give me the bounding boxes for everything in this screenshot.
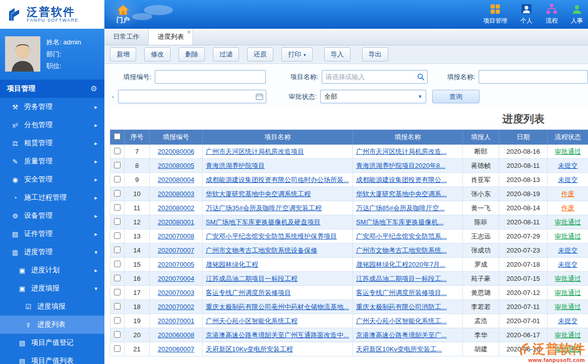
search-icon[interactable] [417,73,425,81]
workflow-status[interactable]: 作废 [561,190,574,198]
sidebar-item-lease[interactable]: ⚖租赁管理▸ [0,134,104,152]
sidebar-item-labor[interactable]: ⚒劳务管理▸ [0,98,104,116]
workflow-status[interactable]: 审批通过 [555,218,581,226]
sidebar-item-output-list[interactable]: ▤项目产值列表 [0,352,104,364]
sidebar-item-progress-report-entry[interactable]: ☑进度填报 [0,297,104,316]
report-name-link[interactable]: 广州天心苑小区智能化系统工... [356,317,447,325]
workflow-status[interactable]: 审批通过 [555,232,581,240]
row-checkbox[interactable] [114,232,121,239]
sidebar-item-safety[interactable]: ◉安全管理▸ [0,170,104,189]
report-name-link[interactable]: 江苏成品油二期项目一标段工... [356,275,447,282]
row-checkbox[interactable] [114,303,121,310]
report-name-link[interactable]: 广州市文物考古工地安防系统... [356,247,447,254]
sidebar-item-certificate[interactable]: ▤证件管理▸ [0,225,104,243]
project-name-link[interactable]: 广安邓小平纪念馆安全防范系统维护保养项目 [206,232,337,240]
report-code-link[interactable]: 2020070007 [158,247,194,254]
report-name-link[interactable]: 华软大厦研究基地中央空调系... [356,190,447,198]
report-code-link[interactable]: 2020080006 [158,148,194,155]
workflow-status[interactable]: 审批通过 [555,275,581,282]
sidebar-item-equipment[interactable]: ⚙设备管理▸ [0,207,104,225]
report-name-link[interactable]: 客运专线广州调度所装修项目... [356,289,447,296]
row-checkbox[interactable] [114,247,121,253]
row-checkbox[interactable] [114,162,121,168]
workflow-status[interactable]: 未提交 [558,247,578,254]
project-name-link[interactable]: 华软大厦研究基地中央空调系统工程 [206,190,311,198]
add-button[interactable]: 新增 [110,47,136,62]
project-name-link[interactable]: 青海洪湖养护院项目 [206,162,265,169]
row-checkbox[interactable] [114,190,121,197]
project-name-link[interactable]: 江苏成品油二期项目一标段工程 [206,275,298,282]
report-code-link[interactable]: 2020080001 [158,218,194,226]
workflow-status[interactable]: 未提交 [558,261,578,268]
report-code-link[interactable]: 2020070004 [158,275,194,282]
print-button[interactable]: 打印▾ [281,47,313,62]
row-checkbox[interactable] [114,289,121,295]
workflow-status[interactable]: 审批通过 [555,331,581,339]
nav-workflow[interactable]: 流程 [546,4,558,25]
report-name-link[interactable]: 青海洪湖养护院项目2020年8... [356,162,445,169]
project-name-link[interactable]: 京港澳高速公路粤境韶关至广州互通路面改造中... [206,331,349,339]
sidebar-item-progress[interactable]: ▥进度管理▾ [0,243,104,261]
report-name-input[interactable] [479,70,588,84]
report-code-link[interactable]: 2020060007 [158,345,194,353]
export-button[interactable]: 导出 [362,47,388,62]
report-name-link[interactable]: 成都能源建设集团投资有限公... [356,176,447,184]
filter-button[interactable]: 过滤 [213,47,239,62]
sidebar-item-subcontract[interactable]: x²分包管理▸ [0,116,104,134]
workflow-status[interactable]: 未提交 [558,317,578,325]
report-code-link[interactable]: 2020080005 [158,162,194,169]
select-all-checkbox[interactable] [114,133,121,140]
approval-status-select[interactable]: 全部 ▼ [320,90,426,103]
query-button[interactable]: 查询 [432,90,480,103]
workflow-status[interactable]: 审批通过 [555,289,581,296]
workflow-status[interactable]: 审批通过 [555,148,581,155]
report-code-link[interactable]: 2020080002 [158,204,194,212]
date-input[interactable] [119,90,256,103]
gear-icon[interactable]: ⚙ [91,84,97,93]
row-checkbox[interactable] [114,218,121,225]
report-no-input[interactable] [155,70,266,84]
tab-progress-list[interactable]: 进度列表 × [149,29,193,45]
row-checkbox[interactable] [114,261,121,267]
row-checkbox[interactable] [114,148,121,154]
report-code-link[interactable]: 2020070002 [158,303,194,311]
row-checkbox[interactable] [114,317,121,324]
sidebar-item-quality[interactable]: ✎质量管理▸ [0,152,104,170]
sidebar-item-progress-report[interactable]: ▣进度填报▾ [0,279,104,297]
sidebar-item-construction-process[interactable]: ◔施工过程管理▸ [0,189,104,207]
report-code-link[interactable]: 2020060008 [158,331,194,339]
report-name-link[interactable]: 广州市天河区统计局机房改造... [356,148,447,155]
report-name-link[interactable]: SM广场地下车库更换摄像机... [356,218,443,226]
project-name-link[interactable]: 广州市天河区统计局机房改造项目 [206,148,304,155]
report-name-link[interactable]: 京港澳高速公路粤境韶关至广... [356,331,447,339]
report-code-link[interactable]: 2020070005 [158,261,194,268]
calendar-icon[interactable] [256,93,263,100]
row-checkbox[interactable] [114,176,121,183]
workflow-status[interactable]: 作废 [561,204,574,212]
project-name-link[interactable]: 晟铭园林绿化工程 [206,261,258,268]
report-code-link[interactable]: 2020080004 [158,176,194,184]
project-name-link[interactable]: 广州市文物考古工地安防系统设备保修 [206,247,317,254]
workflow-status[interactable]: 未提交 [558,176,578,184]
workflow-status[interactable]: 未提交 [558,162,578,169]
sidebar-item-progress-plan[interactable]: ▣进度计划▸ [0,261,104,279]
row-checkbox[interactable] [114,204,121,211]
report-name-link[interactable]: 重庆太极制药有限公司消防工... [356,303,447,311]
report-name-link[interactable]: 晟铭园林绿化工程2020年7月... [356,261,445,268]
restore-button[interactable]: 还原 [247,47,273,62]
tab-daily-work[interactable]: 日常工作 [104,29,149,45]
workflow-status[interactable]: 审批通过 [555,345,581,353]
project-name-link[interactable]: 万达广场35#会所及咖啡厅空调安装工程 [206,204,322,212]
workflow-status[interactable]: 审批通过 [555,303,581,311]
sidebar-item-progress-list[interactable]: ⇪进度列表 [0,316,104,334]
sidebar-item-output-register[interactable]: ▤项目产值登记 [0,334,104,352]
project-name-link[interactable]: 天府新区10Kv变电所安装工程 [206,345,293,353]
report-code-link[interactable]: 2020070001 [158,317,194,325]
nav-personal[interactable]: 个人 [520,4,533,25]
report-name-link[interactable]: 天府新区10Kv变电所安装工... [356,345,442,353]
project-name-link[interactable]: 客运专线广州调度所装修项目 [206,289,291,296]
report-code-link[interactable]: 2020070008 [158,232,194,240]
close-icon[interactable]: × [187,29,191,35]
project-name-link[interactable]: 重庆太极制药有限公司亳州中药材仓储物流基地... [206,303,349,311]
edit-button[interactable]: 修改 [144,47,170,62]
